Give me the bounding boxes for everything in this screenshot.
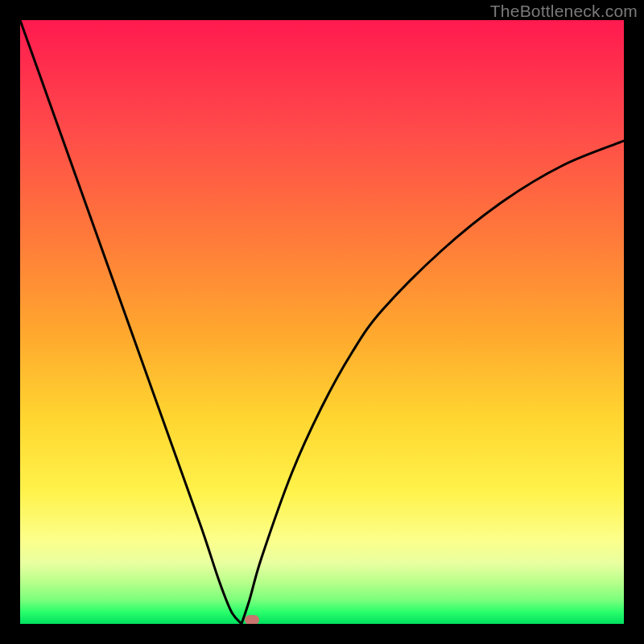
plot-area	[20, 20, 624, 624]
bottleneck-marker	[245, 615, 259, 624]
curve-path	[20, 20, 624, 624]
chart-frame: TheBottleneck.com	[0, 0, 644, 644]
bottleneck-curve	[20, 20, 624, 624]
watermark-text: TheBottleneck.com	[490, 2, 638, 21]
